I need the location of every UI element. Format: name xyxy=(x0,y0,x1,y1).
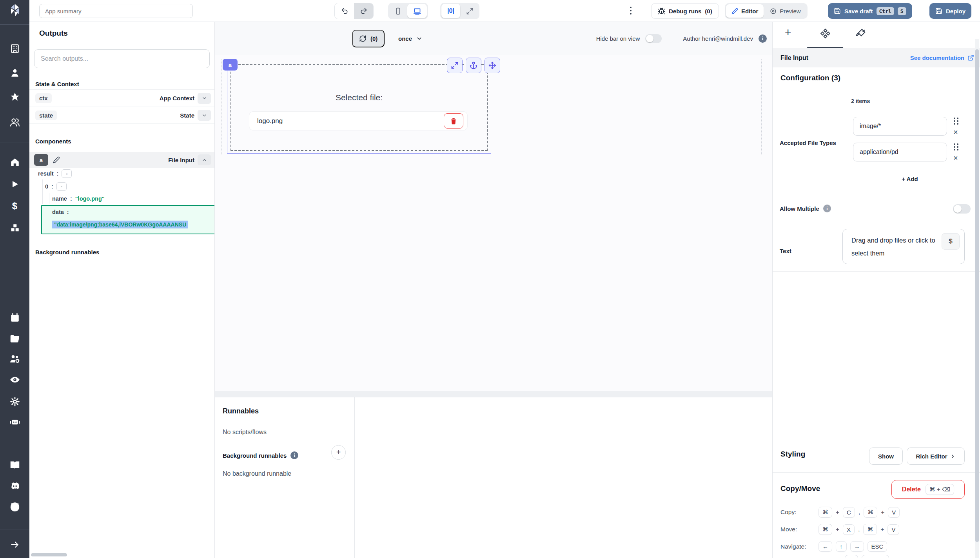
selected-file-row[interactable]: logo.png xyxy=(249,112,467,130)
search-outputs-input[interactable] xyxy=(34,49,210,68)
more-options-kebab-icon[interactable] xyxy=(630,7,632,14)
save-draft-button[interactable]: Save draft Ctrl S xyxy=(828,3,912,19)
component-collapse-button[interactable] xyxy=(198,154,211,165)
bug-icon xyxy=(658,7,665,15)
background-info-icon[interactable]: i xyxy=(290,451,298,459)
remove-type-1-button[interactable]: × xyxy=(953,129,958,136)
app-canvas[interactable]: a Selected file: logo.png xyxy=(215,55,772,397)
background-runnables-title: Background runnables xyxy=(35,249,99,255)
file-name: logo.png xyxy=(257,117,283,125)
divider xyxy=(773,472,980,473)
ctx-expand-button[interactable] xyxy=(198,93,211,104)
styling-title: Styling xyxy=(780,450,805,458)
tab-preview[interactable]: Preview xyxy=(764,4,806,18)
remove-type-2-button[interactable]: × xyxy=(953,154,958,161)
expand-handle[interactable] xyxy=(447,58,463,73)
resources-boxes-icon[interactable] xyxy=(9,223,20,235)
state-expand-button[interactable] xyxy=(198,110,211,121)
component-id-badge[interactable]: a xyxy=(223,59,238,71)
component-header-row[interactable]: a File Input xyxy=(29,152,215,168)
users-icon[interactable] xyxy=(10,117,20,127)
right-scrollbar-thumb[interactable] xyxy=(975,49,979,542)
save-draft-label: Save draft xyxy=(844,8,873,14)
expand-sidebar-arrow-icon[interactable] xyxy=(10,540,20,550)
runs-play-icon[interactable] xyxy=(10,179,20,190)
tree-name-row[interactable]: name : "logo.png" xyxy=(52,196,105,202)
delete-component-button[interactable]: Delete ⌘ + ⌫ xyxy=(891,480,965,499)
external-link-icon xyxy=(967,54,974,61)
accepted-type-input-2[interactable] xyxy=(853,143,947,161)
tab-insert-component[interactable]: + xyxy=(785,26,791,38)
redo-button[interactable] xyxy=(354,3,373,19)
schedules-calendar-icon[interactable] xyxy=(10,313,20,324)
drag-handle-icon[interactable] xyxy=(954,118,959,125)
allow-multiple-info-icon[interactable]: i xyxy=(823,205,831,212)
hide-bar-toggle[interactable] xyxy=(645,34,662,43)
folders-icon[interactable] xyxy=(9,333,20,346)
move-handle[interactable] xyxy=(485,58,500,73)
text-label: Text xyxy=(780,248,791,254)
user-icon[interactable] xyxy=(10,68,20,80)
expand-icon xyxy=(451,62,459,69)
variables-dollar-icon[interactable]: $ xyxy=(12,201,17,212)
rich-editor-button[interactable]: Rich Editor xyxy=(907,447,965,465)
app-summary-input[interactable] xyxy=(39,4,193,18)
home-icon[interactable] xyxy=(10,157,20,169)
discord-icon[interactable] xyxy=(9,480,20,493)
tab-styling[interactable] xyxy=(856,28,866,38)
show-styling-button[interactable]: Show xyxy=(869,447,903,465)
author-info-icon[interactable]: i xyxy=(759,34,767,43)
chevron-down-icon xyxy=(201,112,207,118)
workspace-icon[interactable] xyxy=(10,43,20,54)
settings-header: File Input See documentation xyxy=(773,48,980,67)
tab-component-settings[interactable] xyxy=(820,28,831,39)
groups-users-cog-icon[interactable] xyxy=(9,354,20,366)
collapse-result-button[interactable]: - xyxy=(62,169,72,178)
fullwidth-layout-button[interactable] xyxy=(461,4,478,18)
settings-gear-icon[interactable] xyxy=(10,397,20,407)
deploy-button[interactable]: Deploy xyxy=(929,3,971,19)
editor-label: Editor xyxy=(741,8,758,14)
connect-dollar-button[interactable]: $ xyxy=(942,233,960,250)
anchor-handle[interactable] xyxy=(466,58,481,73)
background-runnables-label: Background runnables xyxy=(223,452,287,459)
selected-component[interactable] xyxy=(227,61,491,154)
windmill-logo[interactable] xyxy=(7,2,23,20)
debug-runs-button[interactable]: Debug runs (0) xyxy=(651,3,719,19)
see-documentation-link[interactable]: See documentation xyxy=(910,54,974,61)
rename-pencil-icon[interactable] xyxy=(53,156,60,163)
debug-runs-label: Debug runs xyxy=(669,8,701,14)
selected-output-data-box[interactable]: data : "data:image/png;base64,iVBORw0KGg… xyxy=(41,205,215,234)
allow-multiple-toggle[interactable] xyxy=(953,204,971,214)
schedule-dropdown[interactable]: once xyxy=(398,30,423,47)
add-file-type-button[interactable]: + Add xyxy=(882,176,937,182)
collapse-index-button[interactable]: - xyxy=(56,182,67,191)
horizontal-scrollbar-thumb[interactable] xyxy=(31,553,67,556)
component-badge[interactable]: a xyxy=(34,154,48,166)
ctx-row[interactable]: ctx App Context xyxy=(29,89,215,107)
accepted-type-input-1[interactable] xyxy=(853,117,947,136)
add-background-runnable-button[interactable]: + xyxy=(331,445,346,460)
name-value: "logo.png" xyxy=(75,196,105,202)
center-layout-button[interactable]: |0| xyxy=(441,4,460,18)
tree-indent-guide xyxy=(49,193,49,204)
copy-shortcut-row: Copy: ⌘ + C , ⌘ + V xyxy=(780,507,900,518)
text-field[interactable]: Drag and drop files or click to select t… xyxy=(842,229,965,264)
colon: : xyxy=(70,196,72,202)
tree-index-row[interactable]: 0 : - xyxy=(45,182,67,191)
workers-bot-icon[interactable] xyxy=(9,417,20,429)
undo-button[interactable] xyxy=(335,3,354,19)
docs-book-icon[interactable] xyxy=(9,460,20,472)
tab-editor[interactable]: Editor xyxy=(726,4,764,18)
mobile-view-button[interactable] xyxy=(389,4,407,18)
audit-eye-icon[interactable] xyxy=(9,375,20,387)
github-icon[interactable] xyxy=(9,502,20,514)
drag-handle-icon[interactable] xyxy=(954,143,959,150)
favorites-star-icon[interactable] xyxy=(10,92,20,103)
remove-file-button[interactable] xyxy=(444,113,463,129)
desktop-view-button[interactable] xyxy=(407,4,427,18)
copy-move-title: Copy/Move xyxy=(780,484,820,493)
recompute-button[interactable]: (0) xyxy=(352,30,385,47)
tree-result-row[interactable]: result : - xyxy=(38,169,72,178)
state-row[interactable]: state State xyxy=(29,107,215,124)
